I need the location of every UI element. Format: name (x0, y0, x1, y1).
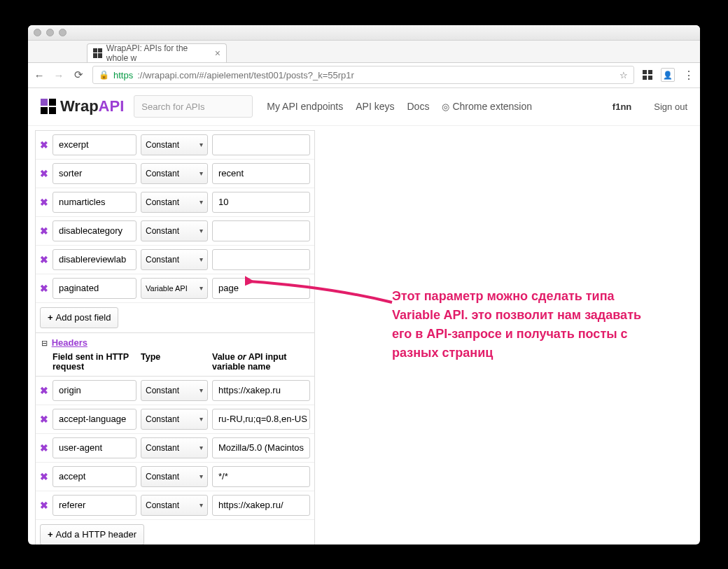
field-row: ✖disablereviewlabConstant (36, 245, 314, 274)
content-area: ✖excerptConstant✖sorterConstantrecent✖nu… (28, 126, 700, 545)
url-https: https (113, 70, 133, 80)
col-value: Value or API input variable name (212, 352, 310, 372)
field-type-select[interactable]: Constant (141, 409, 208, 430)
headers-title[interactable]: Headers (52, 337, 88, 348)
username[interactable]: f1nn (612, 101, 631, 112)
address-bar[interactable]: 🔒 https://wrapapi.com/#/apielement/test0… (92, 66, 634, 84)
wrapapi-favicon (93, 48, 102, 58)
add-post-field-button[interactable]: +Add post field (40, 307, 118, 328)
remove-icon[interactable]: ✖ (40, 225, 48, 237)
close-dot[interactable] (34, 29, 41, 36)
field-value-input[interactable] (212, 134, 310, 155)
nav-keys[interactable]: API keys (356, 101, 394, 112)
sign-out-link[interactable]: Sign out (654, 101, 687, 112)
field-type-select[interactable]: Constant (141, 163, 208, 184)
wrapapi-logo[interactable]: WrapAPI (41, 97, 124, 115)
field-row: ✖originConstanthttps://xakep.ru (36, 376, 314, 405)
profile-icon[interactable]: 👤 (661, 68, 675, 82)
field-type-select[interactable]: Constant (141, 466, 208, 487)
tab-title: WrapAPI: APIs for the whole w (106, 43, 211, 63)
browser-tabbar: WrapAPI: APIs for the whole w × (28, 41, 700, 63)
collapse-icon[interactable]: ⊟ (41, 339, 48, 347)
logo-icon (41, 99, 56, 114)
field-name-input[interactable]: accept (52, 466, 136, 487)
field-row: ✖disablecategoryConstant (36, 216, 314, 245)
field-row: ✖refererConstanthttps://xakep.ru/ (36, 491, 314, 519)
remove-icon[interactable]: ✖ (40, 197, 48, 208)
add-header-button[interactable]: +Add a HTTP header (40, 524, 144, 545)
app-header: WrapAPI Search for APIs My API endpoints… (28, 88, 700, 126)
field-type-select[interactable]: Constant (141, 134, 208, 155)
col-type: Type (141, 352, 208, 372)
field-name-input[interactable]: accept-language (52, 409, 136, 430)
field-value-input[interactable]: ru-RU,ru;q=0.8,en-US (212, 409, 310, 430)
field-name-input[interactable]: disablecategory (52, 220, 136, 241)
field-value-input[interactable]: page (212, 278, 310, 299)
col-field: Field sent in HTTP request (52, 352, 136, 372)
extension-icon[interactable] (643, 70, 652, 80)
max-dot[interactable] (59, 29, 66, 36)
menu-icon[interactable]: ⋮ (683, 69, 694, 82)
field-row: ✖paginatedVariable APIpage (36, 274, 314, 302)
add-post-field-row: +Add post field (36, 302, 314, 332)
field-value-input[interactable]: recent (212, 163, 310, 184)
remove-icon[interactable]: ✖ (40, 385, 48, 396)
remove-icon[interactable]: ✖ (40, 442, 48, 454)
field-type-select[interactable]: Constant (141, 380, 208, 401)
traffic-lights (34, 29, 66, 36)
remove-icon[interactable]: ✖ (40, 471, 48, 482)
headers-columns: Field sent in HTTP request Type Value or… (36, 349, 314, 376)
field-name-input[interactable]: origin (52, 380, 136, 401)
field-name-input[interactable]: referer (52, 495, 136, 516)
field-name-input[interactable]: sorter (52, 163, 136, 184)
reload-icon[interactable]: ⟳ (73, 69, 84, 81)
remove-icon[interactable]: ✖ (40, 139, 48, 150)
field-type-select[interactable]: Constant (141, 495, 208, 516)
annotation-text: Этот параметр можно сделать типа Variabl… (392, 287, 644, 363)
back-icon[interactable]: ← (34, 69, 45, 81)
remove-icon[interactable]: ✖ (40, 283, 48, 294)
field-row: ✖numarticlesConstant10 (36, 188, 314, 216)
min-dot[interactable] (46, 29, 54, 36)
field-name-input[interactable]: excerpt (52, 134, 136, 155)
remove-icon[interactable]: ✖ (40, 414, 48, 425)
add-header-row: +Add a HTTP header (36, 519, 314, 545)
browser-toolbar: ← → ⟳ 🔒 https://wrapapi.com/#/apielement… (28, 63, 700, 88)
field-type-select[interactable]: Constant (141, 192, 208, 213)
field-name-input[interactable]: disablereviewlab (52, 249, 136, 270)
post-fields-panel: ✖excerptConstant✖sorterConstantrecent✖nu… (35, 130, 315, 545)
app-nav: My API endpoints API keys Docs Chrome ex… (267, 101, 532, 112)
remove-icon[interactable]: ✖ (40, 500, 48, 511)
forward-icon[interactable]: → (53, 69, 64, 81)
field-type-select[interactable]: Constant (141, 249, 208, 270)
headers-section-header: ⊟ Headers (36, 332, 314, 349)
field-name-input[interactable]: paginated (52, 278, 136, 299)
field-row: ✖excerptConstant (36, 130, 314, 159)
field-name-input[interactable]: user-agent (52, 437, 136, 458)
field-type-select[interactable]: Variable API (141, 278, 208, 299)
field-name-input[interactable]: numarticles (52, 192, 136, 213)
nav-endpoints[interactable]: My API endpoints (267, 101, 343, 112)
search-input[interactable]: Search for APIs (134, 95, 253, 118)
remove-icon[interactable]: ✖ (40, 254, 48, 265)
field-row: ✖accept-languageConstantru-RU,ru;q=0.8,e… (36, 405, 314, 433)
field-value-input[interactable]: https://xakep.ru (212, 380, 310, 401)
field-value-input[interactable]: https://xakep.ru/ (212, 495, 310, 516)
field-value-input[interactable]: */* (212, 466, 310, 487)
field-value-input[interactable]: 10 (212, 192, 310, 213)
browser-tab[interactable]: WrapAPI: APIs for the whole w × (87, 43, 227, 62)
field-row: ✖acceptConstant*/* (36, 462, 314, 491)
field-value-input[interactable] (212, 220, 310, 241)
mac-titlebar (28, 25, 700, 41)
remove-icon[interactable]: ✖ (40, 168, 48, 179)
close-icon[interactable]: × (215, 48, 220, 59)
bookmark-icon[interactable]: ☆ (620, 70, 628, 80)
field-type-select[interactable]: Constant (141, 220, 208, 241)
nav-docs[interactable]: Docs (407, 101, 430, 112)
field-type-select[interactable]: Constant (141, 437, 208, 458)
field-value-input[interactable] (212, 249, 310, 270)
field-value-input[interactable]: Mozilla/5.0 (Macintos (212, 437, 310, 458)
browser-window: WrapAPI: APIs for the whole w × ← → ⟳ 🔒 … (28, 25, 700, 545)
field-row: ✖sorterConstantrecent (36, 159, 314, 188)
nav-extension[interactable]: Chrome extension (442, 101, 532, 112)
